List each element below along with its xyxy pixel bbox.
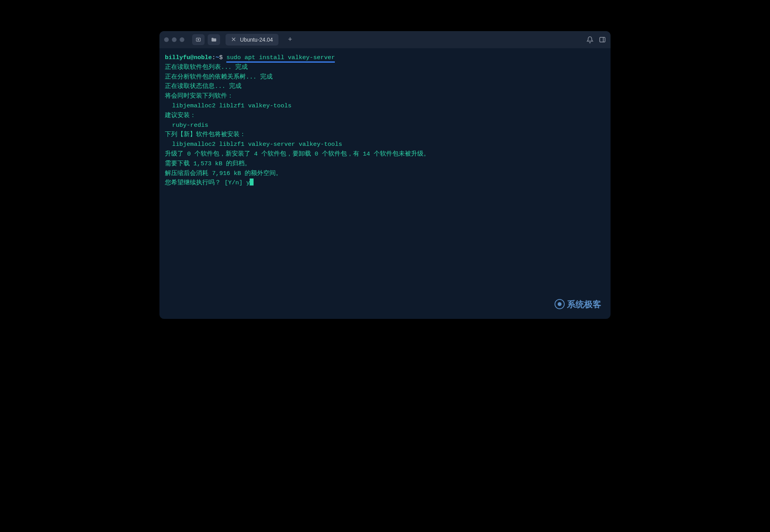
output-line: ruby-redis bbox=[165, 121, 605, 130]
titlebar-right bbox=[586, 36, 606, 43]
close-icon[interactable]: ✕ bbox=[231, 37, 236, 43]
confirm-input: y bbox=[246, 179, 250, 186]
watermark-text: 系统极客 bbox=[567, 298, 601, 311]
svg-rect-2 bbox=[600, 37, 605, 42]
command-text: sudo apt install valkey-server bbox=[226, 54, 335, 63]
plus-icon: + bbox=[288, 36, 292, 44]
prompt-separator: : bbox=[212, 54, 215, 61]
terminal-body[interactable]: billyfu@noble:~$ sudo apt install valkey… bbox=[159, 48, 611, 319]
panel-icon[interactable] bbox=[599, 36, 606, 43]
output-line: 需要下载 1,573 kB 的归档。 bbox=[165, 159, 605, 169]
tab-label: Ubuntu-24.04 bbox=[240, 37, 273, 43]
output-line: 将会同时安装下列软件： bbox=[165, 91, 605, 101]
prompt-path: ~ bbox=[215, 54, 219, 61]
titlebar: ✕ Ubuntu-24.04 + bbox=[159, 31, 611, 48]
output-line: 下列【新】软件包将被安装： bbox=[165, 130, 605, 140]
output-line: 升级了 0 个软件包，新安装了 4 个软件包，要卸载 0 个软件包，有 14 个… bbox=[165, 149, 605, 159]
watermark-logo-icon bbox=[555, 299, 565, 309]
close-window-button[interactable] bbox=[164, 37, 169, 42]
output-line: 建议安装： bbox=[165, 111, 605, 121]
prompt-line: billyfu@noble:~$ sudo apt install valkey… bbox=[165, 53, 605, 63]
output-line: libjemalloc2 liblzf1 valkey-server valke… bbox=[165, 140, 605, 149]
prompt-symbol: $ bbox=[219, 54, 223, 61]
svg-point-1 bbox=[198, 39, 199, 40]
output-line: 正在读取状态信息... 完成 bbox=[165, 82, 605, 91]
new-tab-button[interactable]: + bbox=[285, 34, 296, 45]
output-line: libjemalloc2 liblzf1 valkey-tools bbox=[165, 101, 605, 111]
output-line: 解压缩后会消耗 7,916 kB 的额外空间。 bbox=[165, 169, 605, 178]
confirm-prompt-text: 您希望继续执行吗？ [Y/n] bbox=[165, 179, 246, 186]
command-palette-icon bbox=[195, 37, 201, 43]
prompt-user-host: billyfu@noble bbox=[165, 54, 212, 61]
output-line: 正在分析软件包的依赖关系树... 完成 bbox=[165, 72, 605, 82]
confirm-prompt-line: 您希望继续执行吗？ [Y/n] y bbox=[165, 178, 605, 188]
folder-button[interactable] bbox=[208, 34, 220, 45]
output-line: 正在读取软件包列表... 完成 bbox=[165, 63, 605, 72]
folder-icon bbox=[211, 37, 217, 43]
bell-icon[interactable] bbox=[586, 36, 593, 43]
traffic-lights bbox=[164, 37, 184, 42]
tab-ubuntu[interactable]: ✕ Ubuntu-24.04 bbox=[226, 34, 278, 46]
minimize-window-button[interactable] bbox=[172, 37, 177, 42]
command-palette-button[interactable] bbox=[192, 34, 205, 45]
cursor bbox=[250, 178, 254, 186]
watermark: 系统极客 bbox=[555, 298, 601, 311]
maximize-window-button[interactable] bbox=[180, 37, 184, 42]
terminal-window: ✕ Ubuntu-24.04 + billyfu@noble:~$ sudo a… bbox=[159, 31, 611, 319]
